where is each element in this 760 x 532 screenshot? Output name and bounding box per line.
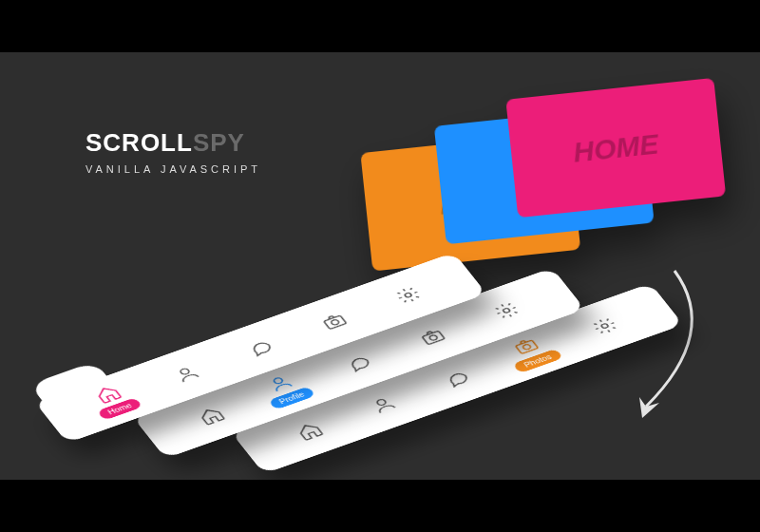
- nav-item-profile[interactable]: [351, 388, 416, 421]
- chat-icon: [441, 368, 474, 390]
- home-icon: [195, 405, 228, 428]
- nav-item-photos[interactable]: [400, 320, 466, 353]
- nav-item-messages[interactable]: [425, 362, 490, 395]
- title-dim: SPY: [193, 128, 245, 157]
- gear-icon: [490, 299, 523, 322]
- camera-icon: [317, 311, 351, 333]
- svg-point-10: [522, 344, 531, 351]
- nav-item-home[interactable]: [276, 414, 342, 447]
- svg-point-7: [503, 308, 511, 314]
- title-block: SCROLLSPY VANILLA JAVASCRIPT: [86, 128, 261, 175]
- nav-pill: Profile: [268, 386, 316, 409]
- title-strong: SCROLL: [86, 128, 193, 157]
- nav-item-settings[interactable]: [375, 278, 441, 312]
- svg-point-6: [428, 334, 438, 341]
- nav-item-profile[interactable]: [154, 357, 219, 390]
- svg-point-3: [404, 293, 412, 298]
- camera-icon: [416, 326, 449, 349]
- card-label: HOME: [572, 127, 660, 168]
- svg-point-8: [376, 399, 388, 407]
- svg-point-0: [180, 368, 191, 375]
- nav-item-photos[interactable]: [302, 305, 368, 338]
- svg-rect-9: [516, 340, 539, 353]
- user-icon: [367, 393, 400, 416]
- subtitle: VANILLA JAVASCRIPT: [86, 163, 261, 175]
- svg-point-2: [331, 319, 340, 326]
- stage: SCROLLSPY VANILLA JAVASCRIPT PHO PR HOME…: [0, 52, 760, 480]
- svg-point-4: [273, 377, 284, 385]
- card-home: HOME: [505, 78, 726, 218]
- nav-item-settings[interactable]: [572, 309, 637, 342]
- nav-item-settings[interactable]: [474, 294, 540, 327]
- svg-rect-5: [422, 331, 445, 344]
- nav-bars-group: Home Profile Photos: [34, 211, 678, 480]
- nav-item-home[interactable]: [179, 399, 244, 432]
- gear-icon: [391, 284, 425, 307]
- gear-icon: [588, 314, 621, 337]
- chat-icon: [342, 352, 375, 374]
- nav-item-messages[interactable]: [326, 346, 391, 379]
- svg-point-11: [600, 323, 609, 329]
- user-icon: [170, 363, 203, 386]
- home-icon: [293, 420, 326, 443]
- svg-rect-1: [324, 315, 347, 329]
- page-title: SCROLLSPY: [86, 128, 261, 158]
